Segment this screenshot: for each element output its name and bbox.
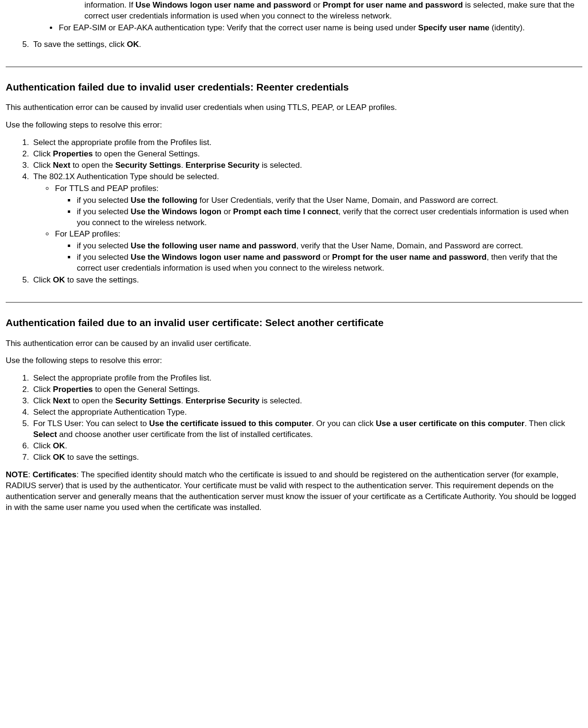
bold-text: Specify user name bbox=[418, 23, 489, 32]
text: to open the General Settings. bbox=[93, 385, 200, 394]
text: The 802.1X Authentication Type should be… bbox=[33, 172, 219, 181]
text: or bbox=[311, 0, 323, 9]
bold-text: Use the following user name and password bbox=[130, 241, 296, 250]
list-item: For TTLS and PEAP profiles: if you selec… bbox=[54, 183, 582, 228]
bold-text: Properties bbox=[53, 149, 93, 158]
sublist: For TTLS and PEAP profiles: if you selec… bbox=[33, 183, 582, 274]
text: or bbox=[321, 253, 332, 262]
bold-text: Prompt each time I connect bbox=[233, 207, 339, 216]
bold-text: Properties bbox=[53, 385, 93, 394]
bold-text: Select bbox=[33, 430, 57, 439]
list-item: Click OK to save the settings. bbox=[31, 275, 582, 286]
text: Click bbox=[33, 441, 53, 450]
bold-text: OK bbox=[127, 40, 139, 49]
list-item: Click OK to save the settings. bbox=[31, 452, 582, 463]
divider bbox=[6, 302, 582, 303]
text: For TTLS and PEAP profiles: bbox=[55, 184, 159, 193]
bold-text: Next bbox=[53, 396, 71, 405]
text: Click bbox=[33, 385, 53, 394]
text: to open the bbox=[70, 161, 115, 170]
paragraph: This authentication error can be caused … bbox=[6, 102, 582, 113]
text: . Or you can click bbox=[312, 419, 376, 428]
list-item: if you selected Use the following for Us… bbox=[76, 195, 582, 206]
paragraph: Use the following steps to resolve this … bbox=[6, 355, 582, 366]
text: . bbox=[65, 441, 67, 450]
bold-text: Use the following bbox=[130, 196, 197, 205]
list-item: Click Next to open the Security Settings… bbox=[31, 396, 582, 407]
section-title-select-certificate: Authentication failed due to an invalid … bbox=[6, 316, 582, 329]
text: (identity). bbox=[489, 23, 525, 32]
bold-text: Prompt for the user name and password bbox=[332, 253, 487, 262]
bold-text: NOTE bbox=[6, 470, 28, 479]
sublist: if you selected Use the following user n… bbox=[55, 241, 582, 274]
text: to open the General Settings. bbox=[93, 149, 200, 158]
text: if you selected bbox=[77, 241, 130, 250]
text: . bbox=[181, 396, 185, 405]
text: Click bbox=[33, 161, 53, 170]
bold-text: Use Windows logon user name and password bbox=[136, 0, 311, 9]
text: : The specified identity should match wh… bbox=[6, 470, 576, 512]
bold-text: OK bbox=[53, 275, 65, 284]
top-fragment: information. If Use Windows logon user n… bbox=[32, 0, 582, 34]
note-paragraph: NOTE: Certificates: The specified identi… bbox=[6, 470, 582, 513]
sublist: if you selected Use the following for Us… bbox=[55, 195, 582, 228]
text: Click bbox=[33, 275, 53, 284]
text: For TLS User: You can select to bbox=[33, 419, 149, 428]
text: , verify that the User Name, Domain, and… bbox=[296, 241, 523, 250]
text: to save the settings. bbox=[65, 275, 139, 284]
steps-list: Select the appropriate profile from the … bbox=[6, 137, 582, 286]
text: . bbox=[181, 161, 185, 170]
text: is selected. bbox=[259, 161, 302, 170]
list-item: if you selected Use the Windows logon us… bbox=[76, 252, 582, 274]
list-item: For EAP-SIM or EAP-AKA authentication ty… bbox=[58, 23, 582, 34]
list-item: if you selected Use the following user n… bbox=[76, 241, 582, 252]
bold-text: OK bbox=[53, 441, 65, 450]
paragraph: This authentication error can be caused … bbox=[6, 338, 582, 349]
list-item: Click Next to open the Security Settings… bbox=[31, 160, 582, 171]
paragraph: Use the following steps to resolve this … bbox=[6, 120, 582, 131]
text: and choose another user certificate from… bbox=[57, 430, 313, 439]
list-item: The 802.1X Authentication Type should be… bbox=[31, 172, 582, 274]
bold-text: Enterprise Security bbox=[185, 396, 259, 405]
top-fragment-bullets: For EAP-SIM or EAP-AKA authentication ty… bbox=[32, 23, 582, 34]
bold-text: Use a user certificate on this computer bbox=[376, 419, 524, 428]
list-item: Select the appropriate Authentication Ty… bbox=[31, 407, 582, 418]
list-item: Click Properties to open the General Set… bbox=[31, 149, 582, 160]
list-item: Click Properties to open the General Set… bbox=[31, 384, 582, 395]
list-item: For LEAP profiles: if you selected Use t… bbox=[54, 229, 582, 274]
bold-text: Next bbox=[53, 161, 71, 170]
text: is selected. bbox=[259, 396, 302, 405]
text: Click bbox=[33, 149, 53, 158]
text: : bbox=[28, 470, 32, 479]
list-item: To save the settings, click OK. bbox=[31, 39, 582, 50]
list-item: Select the appropriate profile from the … bbox=[31, 373, 582, 384]
steps-list: Select the appropriate profile from the … bbox=[6, 373, 582, 463]
text: For LEAP profiles: bbox=[55, 229, 120, 238]
text: . bbox=[139, 40, 141, 49]
text: if you selected bbox=[77, 196, 130, 205]
text: to save the settings. bbox=[65, 453, 139, 462]
list-item: For TLS User: You can select to Use the … bbox=[31, 419, 582, 440]
bold-text: Security Settings bbox=[115, 161, 181, 170]
bold-text: OK bbox=[53, 453, 65, 462]
text: To save the settings, click bbox=[33, 40, 127, 49]
list-item: Select the appropriate profile from the … bbox=[31, 137, 582, 148]
bold-text: Use the Windows logon user name and pass… bbox=[130, 253, 320, 262]
text: . Then click bbox=[524, 419, 565, 428]
text: for User Credentials, verify that the Us… bbox=[197, 196, 498, 205]
text: For EAP-SIM or EAP-AKA authentication ty… bbox=[59, 23, 418, 32]
divider bbox=[6, 66, 582, 67]
bold-text: Certificates bbox=[33, 470, 77, 479]
bold-text: Use the Windows logon bbox=[130, 207, 221, 216]
bold-text: Enterprise Security bbox=[185, 161, 259, 170]
top-fragment-continuation: information. If Use Windows logon user n… bbox=[84, 0, 582, 22]
text: or bbox=[221, 207, 233, 216]
text: information. If bbox=[84, 0, 136, 9]
text: to open the bbox=[70, 396, 115, 405]
bold-text: Use the certificate issued to this compu… bbox=[149, 419, 312, 428]
text: if you selected bbox=[77, 207, 130, 216]
list-item: if you selected Use the Windows logon or… bbox=[76, 207, 582, 228]
text: if you selected bbox=[77, 253, 130, 262]
section-title-reenter-credentials: Authentication failed due to invalid use… bbox=[6, 81, 582, 94]
list-item: Click OK. bbox=[31, 441, 582, 452]
